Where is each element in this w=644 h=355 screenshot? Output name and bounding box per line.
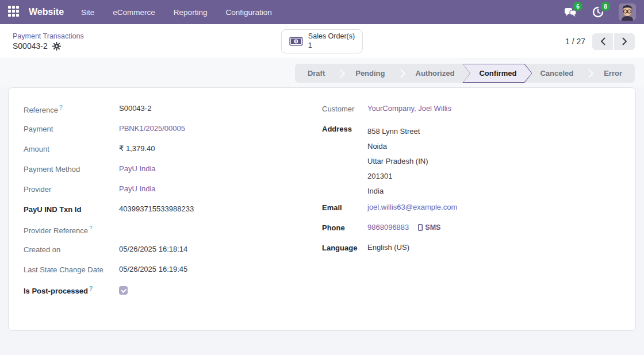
field-label: Customer bbox=[322, 104, 367, 113]
payment-link[interactable]: PBNK1/2025/00005 bbox=[119, 124, 185, 133]
address-value: 858 Lynn StreetNoidaUttar Pradesh (IN)20… bbox=[367, 124, 428, 199]
field-row-is-post-processed: Is Post-processed? bbox=[24, 285, 322, 305]
state-authorized[interactable]: Authorized bbox=[403, 64, 467, 83]
payu-ind-txn-id-value: 403993715533988233 bbox=[119, 204, 194, 213]
breadcrumb: Payment Transactions S00043-2 bbox=[9, 32, 84, 51]
field-row-created-on: Created on05/26/2025 16:18:14 bbox=[24, 245, 322, 265]
state-separator-icon bbox=[586, 64, 591, 83]
smart-button-label: Sales Order(s) bbox=[308, 32, 355, 41]
email-link[interactable]: joel.willis63@example.com bbox=[367, 203, 457, 211]
field-label: Language bbox=[322, 243, 367, 252]
state-pending[interactable]: Pending bbox=[343, 64, 397, 83]
field-label: Payment bbox=[24, 124, 119, 133]
created-on-value: 05/26/2025 16:18:14 bbox=[119, 245, 187, 253]
statusbar: DraftPendingAuthorizedConfirmedCanceledE… bbox=[295, 64, 635, 83]
address-line: 858 Lynn Street bbox=[367, 124, 428, 139]
is-post-processed-checkbox[interactable] bbox=[119, 286, 128, 295]
avatar-image bbox=[619, 3, 636, 21]
menu-reporting[interactable]: Reporting bbox=[174, 8, 208, 17]
address-line: Noida bbox=[367, 139, 428, 154]
field-row-payment-method: Payment MethodPayU India bbox=[24, 164, 322, 184]
state-separator-icon bbox=[398, 64, 403, 83]
field-label: Provider bbox=[24, 184, 119, 194]
address-line: Uttar Pradesh (IN) bbox=[367, 154, 428, 169]
messages-icon[interactable]: 6 bbox=[564, 5, 577, 19]
state-draft[interactable]: Draft bbox=[295, 64, 338, 83]
payment-method-link[interactable]: PayU India bbox=[119, 164, 156, 173]
field-row-provider-reference: Provider Reference? bbox=[24, 225, 322, 245]
form-sheet: Reference?S00043-2PaymentPBNK1/2025/0000… bbox=[8, 87, 636, 331]
nav-menus: SiteeCommerceReportingConfiguration bbox=[81, 8, 272, 17]
form-header: DraftPendingAuthorizedConfirmedCanceledE… bbox=[0, 59, 644, 87]
field-label: Reference? bbox=[24, 104, 119, 114]
address-line: 201301 bbox=[367, 169, 428, 184]
pager-previous-button[interactable] bbox=[592, 33, 613, 50]
customer-link[interactable]: YourCompany, Joel Willis bbox=[367, 104, 451, 113]
field-label: Email bbox=[322, 203, 367, 212]
field-row-address: Address 858 Lynn StreetNoidaUttar Prades… bbox=[322, 124, 620, 199]
menu-configuration[interactable]: Configuration bbox=[225, 8, 271, 17]
last-state-change-date-value: 05/26/2025 16:19:45 bbox=[119, 265, 187, 273]
record-name: S00043-2 bbox=[13, 41, 48, 51]
left-field-group: Reference?S00043-2PaymentPBNK1/2025/0000… bbox=[24, 104, 322, 314]
field-row-customer: Customer YourCompany, Joel Willis bbox=[322, 104, 620, 124]
help-icon: ? bbox=[59, 105, 63, 111]
activities-badge: 8 bbox=[601, 2, 610, 11]
sales-orders-smart-button[interactable]: Sales Order(s) 1 bbox=[281, 29, 363, 53]
provider-link[interactable]: PayU India bbox=[119, 184, 156, 193]
field-label: Is Post-processed? bbox=[24, 285, 119, 295]
address-line: India bbox=[367, 184, 428, 199]
activities-icon[interactable]: 8 bbox=[591, 5, 605, 19]
gear-icon[interactable] bbox=[52, 42, 61, 51]
chevron-right-icon bbox=[622, 37, 627, 45]
field-label: Created on bbox=[24, 245, 119, 254]
sms-button[interactable]: SMS bbox=[418, 223, 440, 231]
pager-counter: 1 / 27 bbox=[565, 37, 585, 46]
apps-menu-icon[interactable] bbox=[8, 6, 21, 18]
messages-badge: 6 bbox=[573, 2, 582, 11]
language-value: English (US) bbox=[367, 243, 409, 252]
state-error[interactable]: Error bbox=[591, 64, 635, 83]
control-panel: Payment Transactions S00043-2 bbox=[0, 24, 644, 59]
field-row-payu-ind-txn-id: PayU IND Txn Id403993715533988233 bbox=[24, 204, 322, 225]
field-row-language: Language English (US) bbox=[322, 243, 620, 263]
reference-value: S00043-2 bbox=[119, 104, 151, 113]
menu-ecommerce[interactable]: eCommerce bbox=[113, 8, 155, 17]
field-label: Phone bbox=[322, 223, 367, 232]
app-name[interactable]: Website bbox=[29, 7, 64, 17]
top-navbar: Website SiteeCommerceReportingConfigurat… bbox=[0, 0, 644, 24]
field-row-phone: Phone 9868096883 SMS bbox=[322, 223, 620, 243]
field-label: Provider Reference? bbox=[24, 225, 119, 235]
help-icon: ? bbox=[89, 285, 93, 292]
right-field-group: Customer YourCompany, Joel Willis Addres… bbox=[322, 104, 620, 314]
amount-value: ₹ 1,379.40 bbox=[119, 144, 155, 153]
field-row-provider: ProviderPayU India bbox=[24, 184, 322, 204]
menu-site[interactable]: Site bbox=[81, 8, 94, 17]
user-avatar[interactable] bbox=[619, 3, 636, 21]
breadcrumb-parent-link[interactable]: Payment Transactions bbox=[13, 32, 84, 40]
mobile-phone-icon bbox=[418, 224, 423, 231]
field-row-amount: Amount₹ 1,379.40 bbox=[24, 144, 322, 164]
field-label: Last State Change Date bbox=[24, 265, 119, 274]
help-icon: ? bbox=[89, 225, 93, 231]
field-row-payment: PaymentPBNK1/2025/00005 bbox=[24, 124, 322, 144]
field-row-email: Email joel.willis63@example.com bbox=[322, 203, 620, 223]
state-separator-icon bbox=[338, 64, 343, 83]
state-canceled[interactable]: Canceled bbox=[527, 64, 586, 83]
field-row-last-state-change-date: Last State Change Date05/26/2025 16:19:4… bbox=[24, 265, 322, 285]
field-label: Amount bbox=[24, 144, 119, 153]
pager-next-button[interactable] bbox=[614, 33, 635, 50]
field-label: PayU IND Txn Id bbox=[24, 204, 119, 214]
state-confirmed[interactable]: Confirmed bbox=[462, 64, 532, 83]
smart-button-count: 1 bbox=[308, 41, 355, 51]
field-label: Payment Method bbox=[24, 164, 119, 173]
phone-link[interactable]: 9868096883 bbox=[367, 223, 409, 231]
pager: 1 / 27 bbox=[565, 33, 635, 50]
chevron-left-icon bbox=[600, 37, 605, 45]
field-row-reference: Reference?S00043-2 bbox=[24, 104, 322, 124]
money-bill-icon bbox=[289, 37, 303, 46]
field-label: Address bbox=[322, 124, 367, 133]
